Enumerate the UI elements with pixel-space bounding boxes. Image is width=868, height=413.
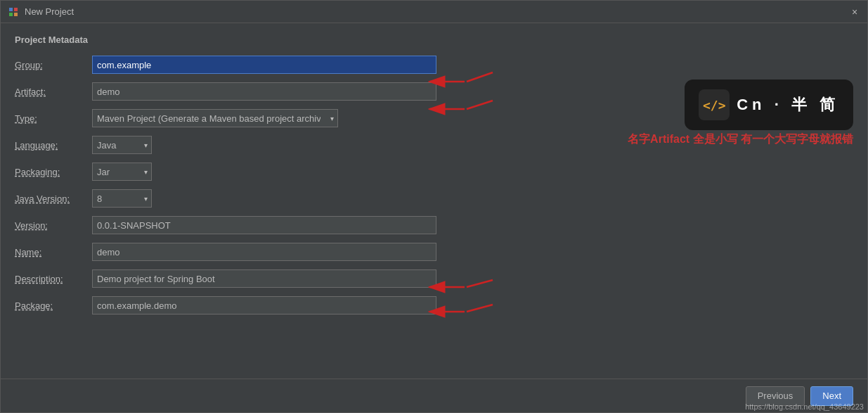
main-content: Project Metadata Group: Artifact: Type: … — [1, 23, 867, 379]
annotation-code-icon: </> — [699, 89, 730, 120]
watermark: https://blog.csdn.net/qq_43649223 — [745, 402, 864, 411]
name-input[interactable] — [92, 243, 436, 261]
close-button[interactable]: × — [849, 6, 860, 18]
group-label: Group: — [15, 60, 92, 70]
package-input[interactable] — [92, 296, 436, 314]
name-row: Name: — [15, 242, 853, 262]
language-select[interactable]: Java Kotlin Groovy — [92, 136, 152, 154]
svg-rect-2 — [9, 13, 13, 16]
name-label: Name: — [15, 247, 92, 258]
package-label: Package: — [15, 300, 92, 311]
bottom-bar: Previous Next — [1, 379, 867, 412]
type-label: Type: — [15, 113, 92, 124]
java-version-label: Java Version: — [15, 193, 92, 204]
packaging-row: Packaging: Jar War ▾ — [15, 162, 853, 182]
annotation-note: 名字Artifact 全是小写 有一个大写字母就报错 — [628, 132, 853, 147]
version-input[interactable] — [92, 216, 436, 234]
description-row: Description: — [15, 269, 853, 288]
packaging-select-wrapper: Jar War ▾ — [92, 163, 152, 181]
artifact-label: Artifact: — [15, 87, 92, 97]
packaging-select[interactable]: Jar War — [92, 163, 152, 181]
java-version-row: Java Version: 8 11 17 ▾ — [15, 189, 853, 208]
java-version-select-wrapper: 8 11 17 ▾ — [92, 189, 152, 208]
annotation-box: </> Cn · 半 简 — [685, 80, 853, 130]
type-select-wrapper: Maven Project (Generate a Maven based pr… — [92, 109, 338, 127]
svg-rect-1 — [14, 8, 18, 11]
group-input[interactable] — [92, 56, 436, 74]
svg-rect-3 — [14, 13, 18, 16]
package-row: Package: — [15, 296, 853, 315]
version-row: Version: — [15, 215, 853, 235]
version-label: Version: — [15, 220, 92, 231]
window-title: New Project — [25, 6, 849, 17]
language-label: Language: — [15, 140, 92, 151]
group-row: Group: — [15, 55, 853, 75]
title-bar: New Project × — [1, 1, 867, 23]
new-project-window: New Project × Project Metadata Group: Ar… — [0, 0, 868, 413]
app-icon — [8, 6, 19, 18]
svg-rect-0 — [9, 8, 13, 11]
language-select-wrapper: Java Kotlin Groovy ▾ — [92, 136, 152, 154]
type-select[interactable]: Maven Project (Generate a Maven based pr… — [92, 109, 338, 127]
annotation-text: Cn · 半 简 — [737, 94, 839, 115]
artifact-input[interactable] — [92, 82, 436, 101]
java-version-select[interactable]: 8 11 17 — [92, 189, 152, 208]
section-title: Project Metadata — [15, 34, 853, 45]
packaging-label: Packaging: — [15, 167, 92, 177]
description-input[interactable] — [92, 269, 436, 288]
description-label: Description: — [15, 274, 92, 284]
